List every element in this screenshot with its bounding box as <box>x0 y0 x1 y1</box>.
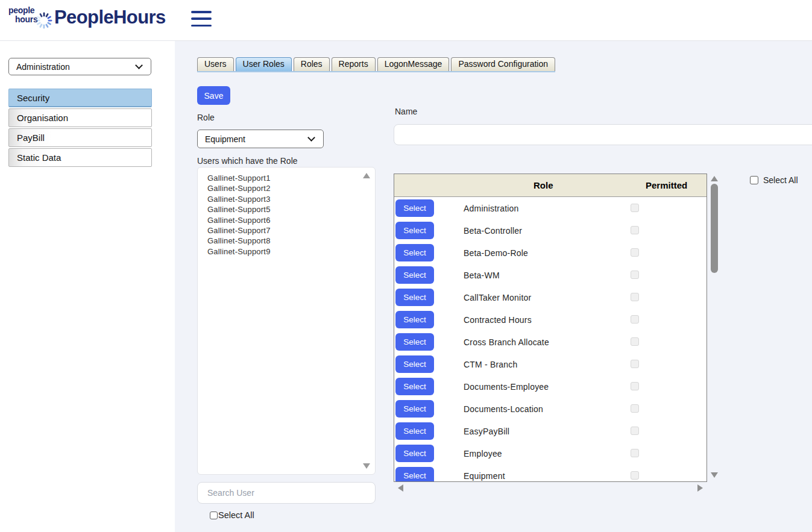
user-list-item[interactable]: Gallinet-Support1 <box>207 173 375 183</box>
user-list-item[interactable]: Gallinet-Support9 <box>207 246 375 257</box>
sidebar-item[interactable]: Security <box>8 89 152 107</box>
role-name: CTM - Branch <box>464 360 518 369</box>
tab[interactable]: LogonMessage <box>377 57 450 71</box>
role-row: Select CallTaker Monitor <box>394 286 707 308</box>
select-role-button[interactable]: Select <box>395 378 434 395</box>
module-select[interactable]: Administration <box>8 58 151 75</box>
brand-title: PeopleHours <box>54 7 166 28</box>
tab[interactable]: Reports <box>332 57 376 71</box>
select-role-button[interactable]: Select <box>395 355 434 373</box>
permitted-checkbox[interactable] <box>631 449 639 457</box>
permitted-checkbox[interactable] <box>631 248 639 257</box>
role-name: EasyPayBill <box>464 427 509 436</box>
tab[interactable]: User Roles <box>236 57 292 71</box>
select-all-roles-checkbox[interactable] <box>750 176 758 184</box>
role-name: Beta-WM <box>464 271 500 280</box>
scroll-down-icon[interactable] <box>711 472 718 478</box>
scroll-down-icon[interactable] <box>363 463 370 469</box>
scroll-right-icon[interactable] <box>697 484 703 492</box>
select-all-roles: Select All <box>750 175 798 185</box>
tab-label: LogonMessage <box>385 59 442 69</box>
select-role-button[interactable]: Select <box>395 266 434 284</box>
logo-word-people: people <box>8 6 37 15</box>
user-list-item[interactable]: Gallinet-Support8 <box>207 236 375 246</box>
select-all-users-checkbox[interactable] <box>210 512 218 519</box>
role-name: Beta-Controller <box>464 226 522 236</box>
app-header: people hours <box>0 0 812 41</box>
permitted-checkbox[interactable] <box>631 315 639 324</box>
permitted-checkbox[interactable] <box>631 404 639 413</box>
select-role-button[interactable]: Select <box>395 244 434 261</box>
permitted-checkbox[interactable] <box>631 271 639 279</box>
role-select-wrap: Equipment <box>197 130 324 148</box>
role-name: Contracted Hours <box>464 315 532 325</box>
sidebar-item[interactable]: PayBill <box>8 128 152 147</box>
role-select[interactable]: Equipment <box>197 130 324 148</box>
role-row: Select EasyPayBill <box>394 420 707 442</box>
tab-label: Roles <box>301 59 323 69</box>
role-name: CallTaker Monitor <box>464 293 531 302</box>
select-all-users-label: Select All <box>218 510 254 520</box>
permitted-checkbox[interactable] <box>631 360 639 368</box>
role-column-header: Role <box>533 174 553 197</box>
role-name: Cross Branch Allocate <box>464 337 549 347</box>
users-list-label: Users which have the Role <box>197 156 298 166</box>
roles-table-body: Select Administration Select Beta-Contro… <box>394 197 707 482</box>
peoplehours-app: people hours <box>0 0 812 532</box>
role-row: Select Employee <box>394 442 707 465</box>
select-role-button[interactable]: Select <box>395 467 434 482</box>
user-list-item[interactable]: Gallinet-Support2 <box>207 183 375 193</box>
name-input[interactable] <box>394 124 812 145</box>
role-name: Employee <box>464 449 502 458</box>
select-role-button[interactable]: Select <box>395 333 434 351</box>
role-row: Select Beta-Demo-Role <box>394 242 707 264</box>
user-list-item[interactable]: Gallinet-Support7 <box>207 225 375 236</box>
select-role-button[interactable]: Select <box>395 400 434 418</box>
role-row: Select Beta-WM <box>394 264 707 286</box>
select-role-button[interactable]: Select <box>395 311 434 328</box>
select-role-button[interactable]: Select <box>395 445 434 462</box>
sidebar-item-label: Organisation <box>17 113 68 123</box>
tab[interactable]: Password Configuration <box>451 57 555 71</box>
logo-word-hours: hours <box>15 15 37 24</box>
select-role-button[interactable]: Select <box>395 289 434 306</box>
permitted-checkbox[interactable] <box>631 226 639 234</box>
permitted-checkbox[interactable] <box>631 204 639 212</box>
logo: people hours <box>8 6 53 30</box>
permitted-checkbox[interactable] <box>631 382 639 390</box>
scroll-up-icon[interactable] <box>711 176 718 181</box>
roles-table-header: Role Permitted <box>394 174 707 197</box>
logo-wordmark: people hours <box>8 6 37 24</box>
sidebar-item[interactable]: Static Data <box>8 148 152 167</box>
spinner-icon <box>35 11 53 30</box>
roles-table-vertical-scrollbar <box>710 174 719 482</box>
hamburger-menu-icon[interactable] <box>191 11 212 27</box>
sidebar-item-label: PayBill <box>17 133 45 143</box>
select-role-button[interactable]: Select <box>395 222 434 239</box>
scroll-left-icon[interactable] <box>398 484 403 492</box>
select-all-users: Select All <box>210 510 254 520</box>
role-row: Select Contracted Hours <box>394 308 707 331</box>
tab[interactable]: Users <box>197 57 234 71</box>
scrollbar-thumb[interactable] <box>711 184 718 273</box>
select-role-button[interactable]: Select <box>395 199 434 217</box>
permitted-checkbox[interactable] <box>631 427 639 435</box>
permitted-checkbox[interactable] <box>631 337 639 346</box>
tab[interactable]: Roles <box>294 57 330 71</box>
scroll-up-icon[interactable] <box>363 173 370 178</box>
save-button[interactable]: Save <box>197 86 230 105</box>
role-name: Documents-Location <box>464 404 543 414</box>
sidebar-menu: Security Organisation PayBill Static Dat… <box>8 89 152 168</box>
search-user-input[interactable] <box>197 482 376 504</box>
sidebar-item[interactable]: Organisation <box>8 108 152 127</box>
sidebar-item-label: Static Data <box>17 152 61 163</box>
user-list-item[interactable]: Gallinet-Support3 <box>207 194 375 204</box>
users-listbox: Gallinet-Support1 Gallinet-Support2 Gall… <box>197 167 376 475</box>
permitted-checkbox[interactable] <box>631 293 639 301</box>
select-role-button[interactable]: Select <box>395 422 434 440</box>
permitted-checkbox[interactable] <box>631 471 639 480</box>
role-row: Select CTM - Branch <box>394 353 707 375</box>
user-list-item[interactable]: Gallinet-Support6 <box>207 215 375 225</box>
role-row: Select Administration <box>394 197 707 219</box>
user-list-item[interactable]: Gallinet-Support5 <box>207 204 375 214</box>
